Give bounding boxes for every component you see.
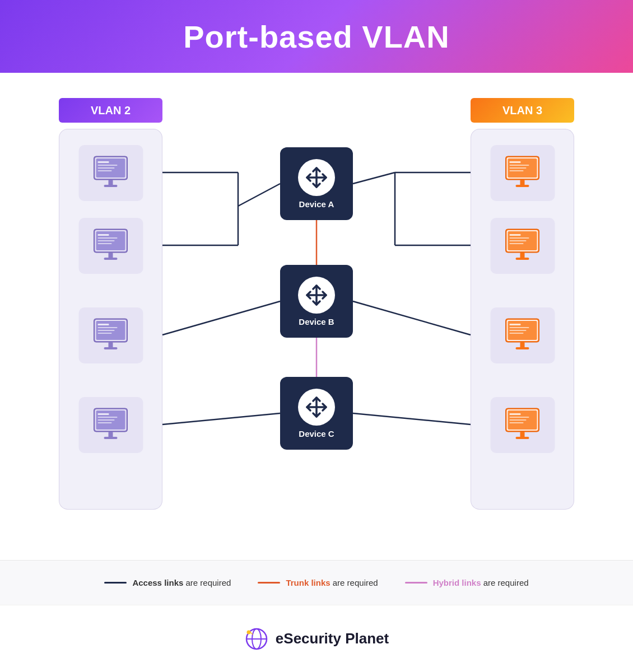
svg-rect-71 bbox=[516, 437, 529, 439]
svg-rect-4 bbox=[98, 165, 118, 166]
vlan2-computer-3 bbox=[78, 307, 143, 363]
svg-line-89 bbox=[353, 413, 471, 424]
svg-rect-53 bbox=[516, 258, 529, 260]
device-a-label: Device A bbox=[299, 199, 334, 209]
svg-line-84 bbox=[353, 172, 395, 184]
svg-point-95 bbox=[246, 630, 250, 634]
hybrid-line-sample bbox=[405, 582, 427, 584]
svg-rect-51 bbox=[510, 243, 524, 244]
svg-rect-32 bbox=[98, 419, 115, 421]
svg-rect-26 bbox=[104, 347, 118, 349]
legend-access: Access links are required bbox=[104, 578, 231, 587]
svg-rect-33 bbox=[98, 422, 112, 423]
vlan3-computer-1 bbox=[490, 145, 555, 201]
svg-rect-68 bbox=[510, 419, 527, 421]
svg-line-81 bbox=[238, 184, 280, 206]
device-a: Device A bbox=[280, 147, 353, 220]
svg-line-82 bbox=[162, 301, 280, 335]
svg-rect-57 bbox=[510, 324, 521, 325]
device-a-icon bbox=[298, 159, 335, 196]
svg-rect-12 bbox=[98, 234, 109, 236]
svg-rect-52 bbox=[520, 253, 525, 258]
footer: eSecurity Planet bbox=[0, 605, 633, 672]
device-c-label: Device C bbox=[299, 429, 334, 438]
trunk-line-sample bbox=[258, 582, 280, 584]
svg-rect-23 bbox=[98, 330, 115, 331]
svg-rect-34 bbox=[109, 432, 113, 437]
svg-rect-3 bbox=[98, 161, 109, 163]
svg-rect-22 bbox=[98, 327, 118, 328]
crossarrows-icon-a bbox=[305, 166, 328, 189]
svg-rect-60 bbox=[510, 333, 524, 334]
svg-rect-39 bbox=[510, 161, 521, 163]
svg-rect-21 bbox=[98, 324, 109, 325]
vlan2-computer-1 bbox=[78, 145, 143, 201]
vlan3-computer-3 bbox=[490, 307, 555, 363]
svg-rect-70 bbox=[520, 432, 525, 437]
svg-rect-58 bbox=[510, 327, 529, 328]
monitor-icon-4 bbox=[91, 406, 131, 444]
svg-rect-43 bbox=[520, 180, 525, 185]
device-b-label: Device B bbox=[299, 317, 334, 326]
svg-rect-61 bbox=[520, 342, 525, 348]
svg-rect-44 bbox=[516, 185, 529, 187]
crossarrows-icon-c bbox=[305, 395, 328, 419]
vlan2-label: VLAN 2 bbox=[59, 98, 162, 123]
vlan3-label: VLAN 3 bbox=[471, 98, 574, 123]
svg-rect-31 bbox=[98, 417, 118, 418]
svg-rect-8 bbox=[104, 185, 118, 187]
legend: Access links are required Trunk links ar… bbox=[0, 560, 633, 605]
svg-rect-62 bbox=[516, 347, 529, 349]
page-title: Port-based VLAN bbox=[183, 18, 450, 55]
vlan3-computer-2 bbox=[490, 218, 555, 274]
svg-line-83 bbox=[162, 413, 280, 424]
legend-hybrid-text: Hybrid links are required bbox=[433, 578, 529, 587]
vlan2-computer-4 bbox=[78, 397, 143, 453]
vlan3-computer-4 bbox=[490, 397, 555, 453]
svg-rect-17 bbox=[104, 258, 118, 260]
svg-rect-15 bbox=[98, 243, 112, 244]
svg-rect-41 bbox=[510, 167, 527, 169]
svg-rect-59 bbox=[510, 330, 527, 331]
legend-trunk: Trunk links are required bbox=[258, 578, 378, 587]
esecurity-logo-icon bbox=[244, 627, 269, 651]
svg-rect-30 bbox=[98, 413, 109, 415]
svg-rect-13 bbox=[98, 237, 118, 239]
monitor-icon-7 bbox=[502, 316, 543, 354]
vlan2-panel bbox=[59, 129, 162, 510]
footer-brand-text: eSecurity Planet bbox=[276, 630, 389, 647]
legend-access-text: Access links are required bbox=[132, 578, 231, 587]
svg-rect-7 bbox=[109, 180, 113, 185]
vlan2-computer-2 bbox=[78, 218, 143, 274]
svg-rect-50 bbox=[510, 240, 527, 241]
device-b-icon bbox=[298, 277, 335, 314]
vlan3-panel bbox=[471, 129, 574, 510]
monitor-icon-5 bbox=[502, 154, 543, 192]
svg-rect-48 bbox=[510, 234, 521, 236]
monitor-icon-2 bbox=[91, 227, 131, 265]
svg-rect-24 bbox=[98, 333, 112, 334]
access-line-sample bbox=[104, 582, 127, 584]
svg-rect-25 bbox=[109, 342, 113, 348]
device-b: Device B bbox=[280, 265, 353, 338]
svg-rect-16 bbox=[109, 253, 113, 258]
monitor-icon-3 bbox=[91, 316, 131, 354]
svg-rect-42 bbox=[510, 170, 524, 171]
device-c: Device C bbox=[280, 377, 353, 450]
monitor-icon-6 bbox=[502, 227, 543, 265]
monitor-icon-8 bbox=[502, 406, 543, 444]
monitor-icon-1 bbox=[91, 154, 131, 192]
svg-line-88 bbox=[353, 301, 471, 335]
device-c-icon bbox=[298, 389, 335, 426]
svg-rect-69 bbox=[510, 422, 524, 423]
svg-rect-6 bbox=[98, 170, 112, 171]
diagram-container: VLAN 2 VLAN 3 bbox=[59, 98, 574, 535]
diagram-area: VLAN 2 VLAN 3 bbox=[0, 73, 633, 560]
legend-trunk-text: Trunk links are required bbox=[286, 578, 378, 587]
crossarrows-icon-b bbox=[305, 283, 328, 307]
svg-rect-49 bbox=[510, 237, 529, 239]
svg-rect-67 bbox=[510, 417, 529, 418]
header: Port-based VLAN bbox=[0, 0, 633, 73]
svg-rect-66 bbox=[510, 413, 521, 415]
svg-rect-40 bbox=[510, 165, 529, 166]
